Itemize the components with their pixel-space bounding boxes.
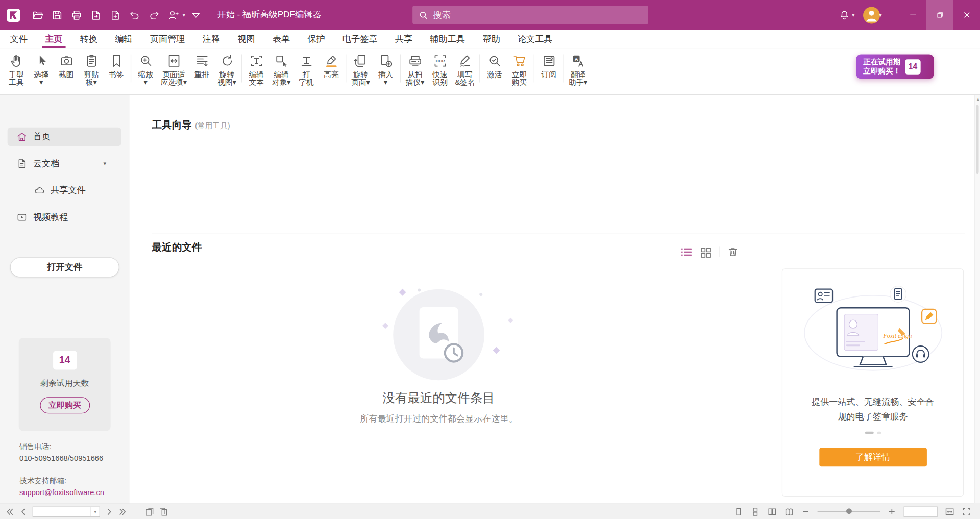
- ribbon-from-scanner-button[interactable]: 从扫 描仪▾: [403, 52, 428, 88]
- page-dropdown-caret-icon[interactable]: ▾: [91, 507, 100, 516]
- buy-now-button[interactable]: 立即购买: [40, 397, 90, 413]
- search-box[interactable]: [412, 6, 648, 24]
- open-file-button[interactable]: 打开文件: [10, 257, 119, 277]
- save-button[interactable]: [48, 6, 65, 24]
- ribbon-subscribe-button[interactable]: 订阅: [536, 52, 561, 80]
- menu-tab-help[interactable]: 帮助: [474, 30, 509, 48]
- ribbon-label: 从扫 描仪▾: [406, 70, 425, 87]
- ribbon-fill-sign-button[interactable]: 填写 &签名: [453, 52, 478, 88]
- menu-tab-esign[interactable]: 电子签章: [334, 30, 386, 48]
- last-page-button[interactable]: [118, 507, 127, 516]
- previous-view-button[interactable]: [145, 507, 154, 516]
- fit-width-button[interactable]: [945, 507, 954, 516]
- carousel-dot-active[interactable]: [865, 432, 873, 434]
- print-button[interactable]: [67, 6, 85, 24]
- ocr-icon: OCR: [432, 53, 448, 69]
- grid-view-button[interactable]: [699, 246, 711, 258]
- menu-tab-convert[interactable]: 转换: [71, 30, 107, 48]
- carousel-dots[interactable]: [865, 432, 881, 434]
- next-view-button[interactable]: [159, 507, 168, 516]
- sidebar-item-cloud-docs[interactable]: 云文档▾: [8, 154, 121, 173]
- ribbon-bookmark-button[interactable]: 书签: [104, 52, 129, 80]
- list-view-button[interactable]: [679, 245, 692, 258]
- minimize-button[interactable]: [899, 0, 926, 30]
- menu-tab-home[interactable]: 主页: [36, 30, 71, 48]
- share-collab-caret-icon[interactable]: ▾: [183, 12, 186, 18]
- menu-tab-file[interactable]: 文件: [1, 30, 36, 48]
- restore-button[interactable]: [926, 0, 953, 30]
- ribbon-label: 编辑 文本: [249, 70, 263, 87]
- continuous-view-button[interactable]: [751, 507, 760, 516]
- undo-button[interactable]: [126, 6, 143, 24]
- facing-view-button[interactable]: [768, 507, 777, 516]
- ribbon-hand-tool-button[interactable]: 手型 工具: [4, 52, 29, 88]
- clear-recent-button[interactable]: [727, 246, 739, 258]
- menu-tab-protect[interactable]: 保护: [299, 30, 334, 48]
- learn-more-button[interactable]: 了解详情: [819, 448, 927, 466]
- ribbon-insert-button[interactable]: 插入 ▾: [373, 52, 398, 88]
- support-email-link[interactable]: support@foxitsoftware.cn: [19, 488, 104, 498]
- ribbon-highlight-button[interactable]: 高亮: [319, 52, 344, 80]
- next-page-button[interactable]: [104, 507, 113, 516]
- collapse-ribbon-button[interactable]: [187, 6, 205, 24]
- ribbon-label: 插入 ▾: [378, 70, 393, 87]
- zoom-out-button[interactable]: [801, 507, 810, 516]
- zoom-in-button[interactable]: [888, 507, 896, 516]
- book-view-button[interactable]: [785, 507, 794, 516]
- sidebar-item-video-tutorials[interactable]: 视频教程: [8, 208, 121, 227]
- ribbon-zoom-button[interactable]: 缩放 ▾: [133, 52, 158, 88]
- scrollbar-thumb[interactable]: [976, 105, 979, 174]
- menu-tab-form[interactable]: 表单: [264, 30, 299, 48]
- ribbon-translate-assistant-button[interactable]: A翻译 助手▾: [566, 52, 591, 88]
- page-number-input[interactable]: [33, 508, 91, 515]
- ribbon-activate-button[interactable]: 激活: [482, 52, 507, 80]
- expand-caret-icon[interactable]: ▾: [104, 161, 107, 167]
- trial-badge[interactable]: 正在试用期 立即购买！ 14: [856, 54, 934, 79]
- ribbon-clipboard-button[interactable]: 剪贴 板▾: [79, 52, 104, 88]
- zoom-slider[interactable]: [818, 507, 880, 516]
- menu-tab-edit[interactable]: 编辑: [106, 30, 141, 48]
- menu-tab-share[interactable]: 共享: [386, 30, 422, 48]
- previous-page-button[interactable]: [19, 507, 28, 516]
- menu-tab-accessibility[interactable]: 辅助工具: [421, 30, 474, 48]
- folder-open-icon: [32, 9, 43, 21]
- scroll-up-icon[interactable]: ▲: [975, 97, 980, 103]
- ribbon-edit-text-button[interactable]: 编辑 文本: [244, 52, 269, 88]
- menu-tab-paper-tools[interactable]: 论文工具: [509, 30, 561, 48]
- sidebar-item-home[interactable]: 首页: [8, 128, 121, 146]
- zoom-slider-thumb[interactable]: [846, 508, 852, 514]
- trial-days-caption: 剩余试用天数: [40, 378, 89, 389]
- export-pdf-button[interactable]: [87, 6, 104, 24]
- ribbon-rotate-view-button[interactable]: 旋转 视图▾: [214, 52, 239, 88]
- zoom-percent-input[interactable]: [904, 507, 937, 516]
- ribbon-quick-ocr-button[interactable]: OCR快速 识别: [428, 52, 453, 88]
- ribbon-rotate-pages-button[interactable]: 旋转 页面▾: [348, 52, 373, 88]
- carousel-dot[interactable]: [876, 432, 881, 434]
- account-caret-icon[interactable]: ▾: [879, 12, 882, 18]
- close-button[interactable]: [953, 0, 980, 30]
- redo-button[interactable]: [145, 6, 162, 24]
- share-collab-button[interactable]: [164, 6, 182, 24]
- ribbon-select-button[interactable]: 选择 ▾: [29, 52, 54, 88]
- ribbon-edit-object-button[interactable]: 编辑 对象▾: [269, 52, 294, 88]
- notifications-button[interactable]: [836, 6, 853, 24]
- menu-tab-view[interactable]: 视图: [229, 30, 264, 48]
- ribbon-reflow-button[interactable]: 重排: [189, 52, 214, 80]
- ribbon-typewriter-button[interactable]: 打 字机: [294, 52, 319, 88]
- menu-tab-comment[interactable]: 注释: [194, 30, 229, 48]
- ribbon-buy-now-button[interactable]: 立即 购买: [507, 52, 532, 88]
- vertical-scrollbar[interactable]: ▲: [974, 95, 980, 503]
- first-page-button[interactable]: [5, 507, 14, 516]
- search-input[interactable]: [433, 10, 642, 20]
- user-avatar[interactable]: [864, 7, 880, 23]
- notifications-caret-icon[interactable]: ▾: [852, 12, 855, 18]
- menu-tab-organize[interactable]: 页面管理: [141, 30, 194, 48]
- open-file-button[interactable]: [29, 6, 46, 24]
- create-pdf-button[interactable]: [106, 6, 124, 24]
- ribbon-snapshot-button[interactable]: 截图: [54, 52, 79, 80]
- ribbon-fit-page-options-button[interactable]: 页面适 应选项▾: [158, 52, 189, 88]
- fullscreen-button[interactable]: [962, 507, 971, 516]
- single-page-view-button[interactable]: [734, 507, 743, 516]
- sidebar-item-shared-files[interactable]: 共享文件: [8, 181, 121, 200]
- page-number-box: ▾: [33, 506, 100, 517]
